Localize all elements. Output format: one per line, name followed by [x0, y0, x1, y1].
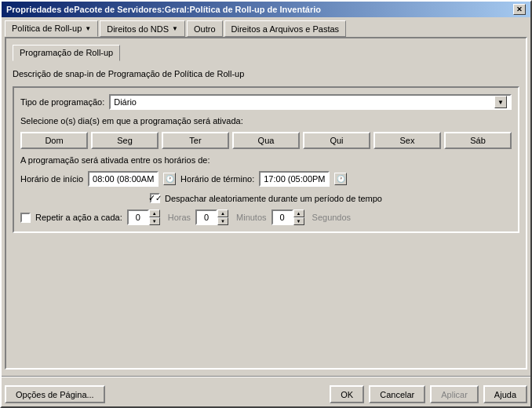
selecione-label: Selecione o(s) dia(s) em que a programaç…: [20, 116, 512, 126]
tab-outro[interactable]: Outro: [187, 20, 223, 37]
minutos-up-btn[interactable]: ▲: [217, 209, 228, 217]
tipo-combobox[interactable]: Diário ▼: [109, 94, 512, 110]
aplicar-button[interactable]: Aplicar: [430, 385, 479, 403]
footer-separator: [2, 376, 530, 377]
tipo-value: Diário: [114, 97, 137, 107]
tab-programacao-rollup[interactable]: Programação de Roll-up: [13, 45, 120, 61]
content-area: Política de Roll-up ▼ Direitos do NDS ▼ …: [2, 17, 530, 373]
segundos-label: Segundos: [312, 213, 352, 222]
minutos-spinner-btns: ▲ ▼: [217, 209, 228, 225]
day-ter[interactable]: Ter: [162, 132, 229, 149]
day-seg[interactable]: Seg: [91, 132, 159, 149]
horas-up-btn[interactable]: ▲: [149, 209, 160, 217]
opcoes-button[interactable]: Opções de Página...: [5, 385, 105, 403]
minutos-input[interactable]: [195, 209, 217, 225]
horario-inicio-input[interactable]: [88, 171, 159, 187]
despachar-label: Despachar aleatoriamente durante um perí…: [165, 194, 382, 203]
tipo-row: Tipo de programação: Diário ▼: [20, 94, 512, 110]
tab-direitos-nds[interactable]: Direitos do NDS ▼: [100, 20, 185, 37]
segundos-spinner: ▲ ▼: [271, 209, 304, 225]
horario-inicio-picker-btn[interactable]: 🕐: [163, 173, 176, 185]
repetir-checkbox[interactable]: [20, 213, 31, 223]
tipo-label: Tipo de programação:: [20, 97, 104, 107]
close-button[interactable]: ✕: [513, 4, 526, 15]
horario-termino-label: Horário de término:: [180, 174, 254, 184]
horario-termino-input[interactable]: [259, 171, 330, 187]
combobox-dropdown-arrow[interactable]: ▼: [494, 96, 507, 108]
tab-politica-rollup[interactable]: Política de Roll-up ▼: [5, 20, 98, 37]
despachar-row: ✓ Despachar aleatoriamente durante um pe…: [20, 193, 512, 203]
horas-down-btn[interactable]: ▼: [149, 217, 160, 225]
tab-bar: Política de Roll-up ▼ Direitos do NDS ▼ …: [5, 20, 527, 37]
segundos-input[interactable]: [271, 209, 293, 225]
title-bar-buttons: ✕: [513, 4, 526, 15]
cancelar-button[interactable]: Cancelar: [369, 385, 425, 403]
horario-termino-picker-btn[interactable]: 🕐: [334, 173, 347, 185]
horas-input[interactable]: [127, 209, 149, 225]
title-bar: Propriedades dePacote de Servidores:Gera…: [2, 2, 530, 17]
tab-dropdown-arrow: ▼: [85, 25, 91, 32]
day-sab[interactable]: Sáb: [444, 132, 512, 149]
days-row: Dom Seg Ter Qua Qui Sex Sáb: [20, 132, 512, 149]
horas-spinner: ▲ ▼: [127, 209, 160, 225]
repetir-label: Repetir a ação a cada:: [35, 213, 122, 222]
segundos-spinner-btns: ▲ ▼: [293, 209, 304, 225]
tab-direitos-arquivos[interactable]: Direitos a Arquivos e Pastas: [224, 20, 347, 37]
day-qui[interactable]: Qui: [303, 132, 370, 149]
minutos-spinner: ▲ ▼: [195, 209, 228, 225]
window-title: Propriedades dePacote de Servidores:Gera…: [6, 5, 321, 14]
minutos-down-btn[interactable]: ▼: [217, 217, 228, 225]
day-qua[interactable]: Qua: [232, 132, 300, 149]
segundos-down-btn[interactable]: ▼: [293, 217, 304, 225]
footer-left: Opções de Página...: [5, 385, 105, 403]
main-panel: Programação de Roll-up Descrição de snap…: [5, 37, 527, 370]
day-sex[interactable]: Sex: [373, 132, 441, 149]
horas-spinner-btns: ▲ ▼: [149, 209, 160, 225]
horario-label: A programação será ativada entre os horá…: [20, 155, 512, 165]
despachar-checkbox[interactable]: ✓: [150, 193, 160, 203]
footer-right: OK Cancelar Aplicar Ajuda: [330, 385, 527, 403]
main-window: Propriedades dePacote de Servidores:Gera…: [0, 0, 532, 408]
inner-panel: Tipo de programação: Diário ▼ Selecione …: [13, 86, 519, 233]
footer: Opções de Página... OK Cancelar Aplicar …: [2, 381, 530, 406]
day-dom[interactable]: Dom: [20, 132, 88, 149]
repeat-row: Repetir a ação a cada: ▲ ▼ Horas ▲: [20, 209, 512, 225]
tab-dropdown-arrow: ▼: [172, 25, 178, 32]
time-row: Horário de início 🕐 Horário de término: …: [20, 171, 512, 187]
segundos-up-btn[interactable]: ▲: [293, 209, 304, 217]
ajuda-button[interactable]: Ajuda: [483, 385, 527, 403]
ok-button[interactable]: OK: [330, 385, 364, 403]
section-description: Descrição de snap-in de Programação de P…: [13, 69, 519, 78]
horas-label: Horas: [168, 213, 191, 222]
minutos-label: Minutos: [236, 213, 267, 222]
horario-inicio-label: Horário de início: [20, 174, 83, 184]
